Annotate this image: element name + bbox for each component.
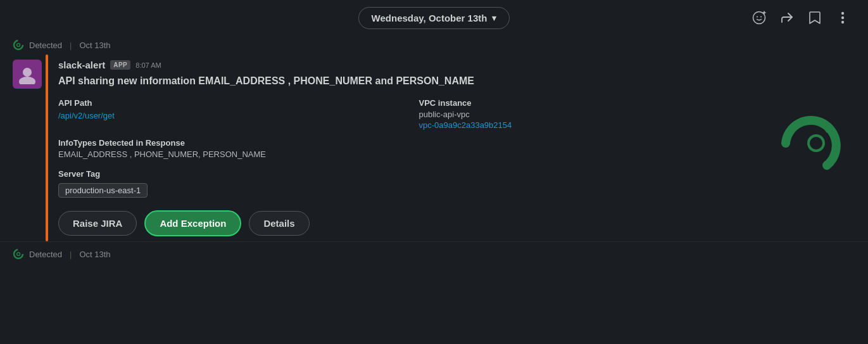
infotypes-value: EMAIL_ADDRESS , PHONE_NUMER, PERSON_NAME xyxy=(58,150,394,159)
detected-label-top: Detected xyxy=(29,41,62,50)
date-label: Wednesday, October 13th xyxy=(372,13,487,23)
svg-point-7 xyxy=(841,21,844,23)
vpc-instance-field: VPC instance public-api-vpc vpc-0a9a9c2a… xyxy=(419,98,755,131)
details-button[interactable]: Details xyxy=(249,211,309,236)
logo-area xyxy=(773,105,849,184)
detected-spinner-icon-bottom xyxy=(13,248,24,260)
message-title: API sharing new information EMAIL_ADDRES… xyxy=(58,74,754,88)
more-options-button[interactable] xyxy=(833,8,853,28)
message-row: slack-alert APP 8:07 AM API sharing new … xyxy=(0,54,868,241)
vpc-id-link[interactable]: vpc-0a9a9c2a33a9b2154 xyxy=(419,120,512,130)
svg-point-5 xyxy=(841,12,844,15)
forward-button[interactable] xyxy=(777,8,797,28)
message-content: slack-alert APP 8:07 AM API sharing new … xyxy=(51,60,754,236)
svg-point-15 xyxy=(17,253,20,256)
svg-point-14 xyxy=(14,250,23,258)
bookmark-button[interactable] xyxy=(805,8,825,28)
svg-point-9 xyxy=(17,44,20,47)
infotypes-field: InfoTypes Detected in Response EMAIL_ADD… xyxy=(58,138,394,159)
toolbar-icons xyxy=(749,8,853,28)
svg-point-11 xyxy=(19,77,35,84)
api-path-label: API Path xyxy=(58,98,394,108)
orange-left-bar xyxy=(46,54,48,241)
detected-date-top: Oct 13th xyxy=(79,41,110,50)
api-path-field: API Path /api/v2/user/get xyxy=(58,98,394,131)
svg-point-0 xyxy=(753,12,765,24)
message-timestamp: 8:07 AM xyxy=(135,61,161,69)
date-header-pill[interactable]: Wednesday, October 13th ▾ xyxy=(358,7,510,29)
action-buttons: Raise JIRA Add Exception Details xyxy=(58,210,754,236)
svg-point-6 xyxy=(841,16,844,19)
detected-sep-top: | xyxy=(70,41,72,50)
server-tag-label: Server Tag xyxy=(58,169,754,179)
detected-row-top: Detected | Oct 13th xyxy=(0,35,868,54)
server-tag-badge: production-us-east-1 xyxy=(58,183,148,198)
avatar xyxy=(13,60,42,89)
detected-date-bottom: Oct 13th xyxy=(79,250,110,259)
detected-label-bottom: Detected xyxy=(29,250,62,259)
svg-point-8 xyxy=(14,41,23,49)
raise-jira-button[interactable]: Raise JIRA xyxy=(58,211,137,236)
vpc-instance-label: VPC instance xyxy=(419,98,755,108)
app-badge: APP xyxy=(110,60,130,70)
vpc-name: public-api-vpc xyxy=(419,110,755,119)
add-exception-button[interactable]: Add Exception xyxy=(144,210,241,236)
emoji-reaction-button[interactable] xyxy=(749,8,769,28)
brand-logo xyxy=(773,105,849,181)
svg-point-2 xyxy=(760,16,762,18)
sender-name: slack-alert xyxy=(58,60,105,70)
message-meta: slack-alert APP 8:07 AM xyxy=(58,60,754,70)
app-container: Wednesday, October 13th ▾ xyxy=(0,0,868,344)
detected-sep-bottom: | xyxy=(70,250,72,259)
server-tag-section: Server Tag production-us-east-1 xyxy=(58,169,754,198)
detected-spinner-icon-top xyxy=(13,39,24,51)
svg-point-10 xyxy=(23,68,32,77)
date-header-bar: Wednesday, October 13th ▾ xyxy=(0,0,868,35)
chevron-down-icon: ▾ xyxy=(492,13,496,23)
svg-point-13 xyxy=(808,136,824,151)
svg-point-12 xyxy=(825,125,833,133)
api-path-link[interactable]: /api/v2/user/get xyxy=(58,111,115,120)
detected-row-bottom: Detected | Oct 13th xyxy=(0,241,868,266)
messages-area: Detected | Oct 13th slack-alert APP 8:07 xyxy=(0,35,868,344)
infotypes-label: InfoTypes Detected in Response xyxy=(58,138,394,148)
svg-point-1 xyxy=(757,16,758,18)
fields-grid: API Path /api/v2/user/get VPC instance p… xyxy=(58,98,754,159)
